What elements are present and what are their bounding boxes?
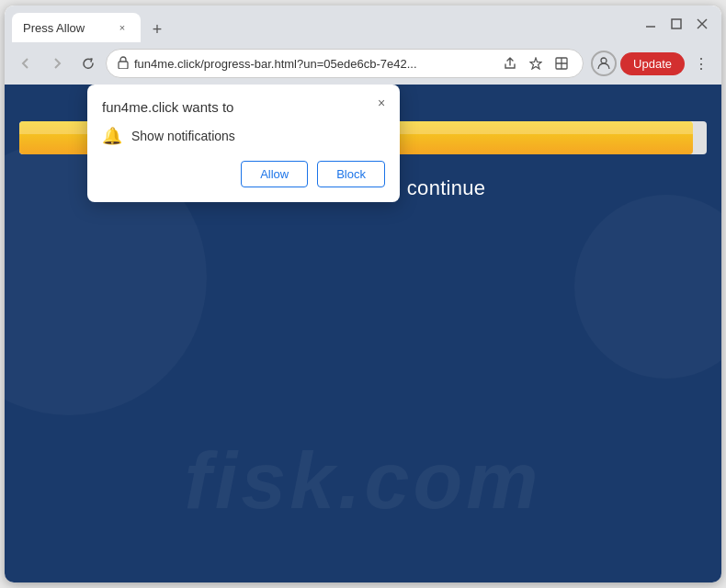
bookmark-icon[interactable] (526, 53, 546, 74)
new-tab-button[interactable]: + (144, 17, 170, 42)
tab-area: Press Allow × + (12, 6, 639, 42)
toolbar-right: Update ⋮ (591, 51, 714, 76)
popup-notification-row: 🔔 Show notifications (102, 126, 385, 146)
svg-rect-1 (672, 19, 681, 28)
browser-window: Press Allow × + (5, 6, 721, 582)
lock-icon (118, 56, 129, 72)
browser-toolbar: fun4me.click/progress-bar.html?un=05ede6… (5, 42, 721, 85)
url-text: fun4me.click/progress-bar.html?un=05ede6… (134, 57, 494, 71)
bg-decor-2 (574, 195, 721, 379)
menu-button[interactable]: ⋮ (688, 51, 714, 76)
tab-close-button[interactable]: × (115, 20, 130, 35)
extension-icon[interactable] (551, 53, 572, 74)
svg-point-9 (601, 58, 607, 63)
update-button[interactable]: Update (620, 52, 685, 75)
share-icon[interactable] (500, 53, 520, 74)
browser-tab[interactable]: Press Allow × (12, 13, 141, 42)
block-button[interactable]: Block (317, 161, 385, 187)
address-bar[interactable]: fun4me.click/progress-bar.html?un=05ede6… (106, 49, 584, 78)
address-actions (500, 53, 572, 74)
popup-close-button[interactable]: × (372, 94, 391, 112)
title-bar: Press Allow × + (5, 6, 721, 42)
svg-marker-5 (530, 58, 541, 69)
profile-icon[interactable] (591, 51, 617, 76)
notification-popup: × fun4me.click wants to 🔔 Show notificat… (87, 85, 400, 202)
reload-button[interactable] (74, 50, 102, 77)
page-content: fisk.com 98% Press «Allow» to continue ×… (5, 85, 721, 582)
close-button[interactable] (690, 12, 714, 36)
back-button[interactable] (12, 50, 40, 77)
minimize-button[interactable] (639, 12, 663, 36)
bell-icon: 🔔 (102, 126, 122, 146)
notification-label: Show notifications (131, 129, 235, 143)
forward-button[interactable] (43, 50, 71, 77)
allow-button[interactable]: Allow (241, 161, 308, 187)
watermark: fisk.com (184, 434, 541, 527)
maximize-button[interactable] (664, 12, 688, 36)
window-controls (639, 12, 714, 36)
popup-buttons: Allow Block (102, 161, 385, 187)
tab-title: Press Allow (23, 21, 108, 35)
svg-rect-4 (119, 62, 128, 69)
popup-title: fun4me.click wants to (102, 99, 385, 115)
